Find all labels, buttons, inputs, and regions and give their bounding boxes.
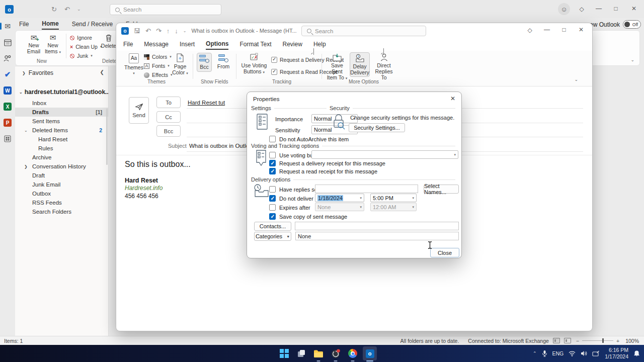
cc-button[interactable]: Cc [156,111,181,123]
use-voting-buttons-button[interactable]: ✓✗ Use VotingButtons ▾ [241,53,267,74]
tab-message[interactable]: Message [144,41,169,49]
sidebar-item-more-apps[interactable] [0,131,15,147]
deliver-date-selected-text[interactable]: 1/18/2024 [317,195,343,201]
folder-item-junk-email[interactable]: Junk Email [15,180,108,189]
file-explorer-button[interactable] [311,346,326,360]
expires-time-dropdown[interactable]: 12:00 AM▾ [370,203,417,211]
delivery-receipt-checkbox-box[interactable] [271,57,277,63]
folder-item-rss-feeds[interactable]: RSS Feeds [15,198,108,207]
deliver-date-dropdown[interactable]: 1/18/2024▾ [315,194,364,202]
sidebar-item-mail[interactable]: ✉ [0,18,15,34]
bcc-button-field[interactable]: Bcc [156,125,181,137]
themes-button[interactable]: Aa Themes▾ [125,53,143,75]
signature-phone[interactable]: 456 456 456 [125,193,158,200]
categories-button[interactable]: Categories▼ [254,232,291,241]
delivery-receipt-checkbox[interactable] [269,160,276,166]
sidebar-item-powerpoint[interactable]: P [0,115,15,131]
tab-home[interactable]: Home [42,20,58,30]
tab-review[interactable]: Review [283,41,302,49]
security-settings-button[interactable]: Security Settings... [349,123,405,132]
compose-search-input[interactable] [315,28,421,34]
signature-website[interactable]: Hardreset.info [125,185,163,192]
bcc-button[interactable]: Bcc [197,53,212,72]
read-receipt-checkbox-box[interactable] [271,69,277,75]
close-button[interactable]: Close [430,248,459,257]
compose-search-box[interactable] [301,26,426,36]
sidebar-item-todo[interactable]: ✔ [0,66,15,82]
tab-insert[interactable]: Insert [180,41,195,49]
folder-item-search-folders[interactable]: Search Folders [15,207,108,216]
message-body-line[interactable]: So this is outbox... [125,160,191,169]
save-copy-checkbox-row[interactable]: Save copy of sent message [269,213,347,220]
tray-chevron-icon[interactable]: ⌃ [533,351,537,356]
categories-input[interactable]: None [295,232,459,240]
zoom-out-icon[interactable]: − [576,338,579,344]
folder-item-outbox[interactable]: Outbox [15,189,108,198]
premium-diamond-icon[interactable]: ◇ [575,6,589,13]
compose-close-button[interactable]: ✕ [574,26,588,33]
microphone-icon[interactable] [542,350,547,357]
tab-options[interactable]: Options [206,40,228,50]
compose-maximize-button[interactable]: □ [557,26,571,33]
folder-chevron-icon[interactable]: ⌄ [24,128,28,133]
fonts-button[interactable]: A Fonts▾ [144,63,170,69]
read-receipt-checkbox[interactable] [269,168,276,174]
folder-item-drafts[interactable]: Drafts[1] [15,108,108,117]
undo-icon[interactable]: ↶ [145,27,151,35]
colors-button[interactable]: Colors▾ [144,54,172,60]
folder-item-sent-items[interactable]: Sent Items [15,117,108,126]
move-up-icon[interactable]: ↑ [167,27,170,35]
have-replies-input[interactable] [315,185,418,193]
sidebar-item-excel[interactable]: X [0,99,15,115]
from-button[interactable]: From [215,53,232,71]
new-email-button[interactable]: ✉+ New Email [26,34,42,54]
send-button[interactable]: Send [129,97,149,124]
folder-item-archive[interactable]: Archive [15,153,108,162]
signature-name[interactable]: Hard Reset [125,177,158,184]
tab-file[interactable]: File [123,41,133,49]
favorites-header[interactable]: ❯ Favorites [15,66,108,79]
recorder-app-button[interactable] [329,346,343,360]
expires-date-dropdown[interactable]: None▾ [315,203,364,211]
sidebar-item-calendar[interactable] [0,34,15,50]
use-voting-checkbox[interactable] [269,152,276,158]
new-items-button[interactable]: ✉ New Items ▾ [44,34,62,54]
folder-item-conversation-history[interactable]: ❯Conversation History [15,162,108,171]
clock[interactable]: 6:16 PM 1/17/2024 [605,347,628,360]
delete-button[interactable]: Delete [100,34,117,49]
expires-after-checkbox-row[interactable]: Expires after [269,204,310,211]
new-outlook-toggle[interactable]: Off [623,20,641,29]
page-color-button[interactable]: PageColor ▾ [171,53,190,75]
ignore-button[interactable]: Ignore [70,35,92,41]
tracking-dialog-launcher-icon[interactable] [313,48,314,55]
main-minimize-button[interactable]: — [592,5,606,12]
account-avatar[interactable]: ☺ [558,3,570,15]
delay-delivery-button[interactable]: DelayDelivery [350,52,370,77]
layout-view-icon[interactable] [564,338,571,343]
contacts-input[interactable] [295,222,459,230]
sidebar-item-people[interactable] [0,50,15,66]
main-search-box[interactable] [110,4,221,15]
redo-icon[interactable]: ↷ [156,27,162,35]
undo-icon[interactable]: ↶ [64,6,70,13]
task-view-button[interactable] [294,346,308,360]
folder-item-inbox[interactable]: Inbox [15,99,108,108]
zoom-slider-thumb[interactable] [602,338,604,343]
to-recipient[interactable]: Hard Reset tut [188,100,225,106]
clean-up-button[interactable]: ×Clean Up▾ [70,44,102,50]
select-names-button[interactable]: Select Names... [424,185,459,194]
zoom-level[interactable]: 100% [625,338,639,344]
main-search-input[interactable] [123,7,216,13]
autoarchive-checkbox-row[interactable]: Do not AutoArchive this item [269,136,349,142]
contacts-button[interactable]: Contacts... [254,222,291,231]
compose-minimize-button[interactable]: — [540,26,554,33]
voting-options-combobox[interactable]: ▾ [311,150,458,159]
main-close-button[interactable]: ✕ [627,5,641,12]
outlook-taskbar-button[interactable]: o [363,346,377,360]
autoarchive-checkbox[interactable] [269,136,276,142]
read-receipt-checkbox-row[interactable]: Request a read receipt for this message [269,168,377,174]
tab-help[interactable]: Help [313,41,326,49]
junk-button[interactable]: Junk▾ [70,53,93,59]
effects-button[interactable]: Effects▾ [144,72,172,78]
speaker-icon[interactable] [581,350,587,356]
